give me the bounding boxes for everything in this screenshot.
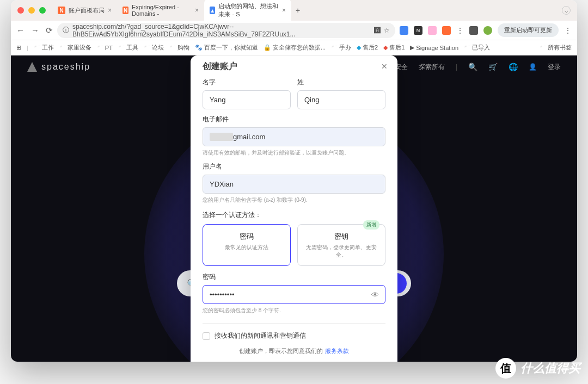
bookmark-folder[interactable]: 工作 — [34, 44, 54, 52]
browser-tab[interactable]: N Expiring/Expired - Domains - × — [117, 1, 204, 20]
bookmark-folder[interactable]: 手办 — [331, 44, 351, 52]
auth-password-card[interactable]: 密码 最常见的认证方法 — [203, 224, 291, 266]
auth-password-title: 密码 — [240, 232, 254, 240]
watermark-text: 什么值得买 — [520, 360, 580, 376]
nav-buttons: ← → ⟳ — [16, 26, 53, 35]
globe-icon[interactable]: 🌐 — [509, 63, 518, 71]
password-label: 密码 — [203, 272, 385, 282]
watermark: 值 什么值得买 — [495, 358, 580, 379]
username-hint: 您的用户名只能包含字母 (a-z) 和数字 (0-9). — [203, 196, 385, 204]
newsletter-checkbox[interactable] — [203, 332, 210, 340]
tab-title: 账户面板布局 — [69, 7, 105, 15]
bookmark-item[interactable]: ▶Signage Station — [410, 44, 458, 51]
extension-icons: N ⋮ 重新启动即可更新 ⋮ — [400, 23, 572, 37]
bookmark-folder[interactable]: 家里设备 — [59, 44, 91, 52]
brand-name: spaceship — [41, 62, 90, 72]
auth-method-label: 选择一个认证方法： — [203, 210, 385, 220]
password-input[interactable] — [203, 285, 385, 304]
nav-explore[interactable]: 探索所有 — [419, 63, 445, 72]
extension-icon[interactable] — [428, 26, 437, 35]
firstname-label: 名字 — [203, 78, 291, 87]
watermark-icon: 值 — [495, 358, 516, 379]
close-window-button[interactable] — [17, 7, 24, 14]
site-info-icon[interactable]: ⓘ — [63, 26, 69, 35]
lastname-input[interactable] — [297, 90, 385, 109]
brand-logo[interactable]: spaceship — [27, 62, 90, 72]
signup-modal: 创建账户 ✕ 名字 姓 电子邮件 xxxxxxgmail.com 请使用有效的邮… — [191, 55, 397, 362]
extension-icon[interactable]: N — [414, 26, 422, 35]
newsletter-label: 接收我们的新闻通讯和营销通信 — [215, 331, 306, 340]
extension-icon[interactable] — [400, 26, 408, 35]
translate-icon[interactable]: 🅰 — [374, 27, 381, 34]
update-button[interactable]: 重新启动即可更新 — [498, 23, 559, 37]
favicon-icon: N — [122, 7, 128, 14]
terms-text: 创建账户，即表示您同意我们的 服务条款 — [203, 347, 385, 355]
nav-login[interactable]: 登录 — [548, 63, 561, 72]
modal-title: 创建账户 — [203, 61, 385, 72]
bookmark-star-icon[interactable]: ☆ — [384, 27, 390, 34]
all-bookmarks[interactable]: 所有书签 — [540, 44, 572, 52]
auth-password-desc: 最常见的认证方法 — [207, 244, 286, 251]
apps-icon[interactable]: ⊞ — [16, 44, 21, 51]
extension-icon[interactable] — [469, 26, 478, 35]
username-label: 用户名 — [203, 162, 385, 171]
bookmark-item[interactable]: ◆售后2 — [357, 44, 378, 52]
lastname-label: 姓 — [297, 78, 385, 87]
email-label: 电子邮件 — [203, 115, 385, 124]
divider — [203, 323, 385, 324]
maximize-window-button[interactable] — [39, 7, 46, 14]
search-icon[interactable]: 🔍 — [468, 63, 477, 71]
menu-icon[interactable]: ⋮ — [564, 26, 572, 35]
newsletter-row[interactable]: 接收我们的新闻通讯和营销通信 — [203, 331, 385, 340]
bookmark-folder[interactable]: 论坛 — [144, 44, 164, 52]
window-controls — [17, 7, 46, 14]
bookmark-item[interactable]: 🐾百度一下，你就知道 — [195, 44, 258, 52]
favicon-icon: N — [58, 7, 65, 14]
tab-title: Expiring/Expired - Domains - — [132, 4, 192, 17]
bookmark-folder[interactable]: PT — [97, 45, 113, 51]
email-input[interactable]: xxxxxxgmail.com — [203, 127, 385, 146]
extension-menu-icon[interactable]: ⋮ — [456, 26, 464, 35]
url-text: spaceship.com/zh/?gad_source=1&gclid=Cjw… — [72, 23, 371, 38]
bookmark-folder[interactable]: 已导入 — [464, 44, 490, 52]
bookmark-folder[interactable]: 工具 — [118, 44, 138, 52]
tab-title: 启动您的网站、想法和未来 - S — [218, 2, 279, 18]
minimize-window-button[interactable] — [28, 7, 35, 14]
favicon-icon: ▲ — [210, 7, 215, 14]
firstname-input[interactable] — [203, 90, 291, 109]
eye-icon[interactable]: 👁 — [371, 290, 379, 299]
browser-tab[interactable]: N 账户面板布局 × — [52, 3, 117, 18]
header-nav: 安全 探索所有 | 🔍 🛒 🌐 👤 登录 — [395, 63, 561, 72]
bookmark-item[interactable]: 🔒安全储存您的数据... — [264, 44, 326, 52]
page-content: spaceship 安全 探索所有 | 🔍 🛒 🌐 👤 登录 🔍 搜索 创建账户… — [11, 55, 577, 362]
profile-avatar-icon[interactable] — [483, 26, 492, 35]
reload-icon[interactable]: ⟳ — [46, 26, 53, 35]
browser-window: N 账户面板布局 × N Expiring/Expired - Domains … — [11, 0, 577, 362]
auth-passkey-card[interactable]: 新增 密钥 无需密码，登录更简单、更安全。 — [297, 224, 385, 266]
forward-icon[interactable]: → — [31, 26, 39, 35]
tab-close-icon[interactable]: × — [108, 7, 112, 14]
bookmark-item[interactable]: ◆售后1 — [383, 44, 405, 52]
tab-close-icon[interactable]: × — [282, 7, 286, 14]
user-icon: 👤 — [529, 63, 537, 71]
toolbar: ← → ⟳ ⓘ spaceship.com/zh/?gad_source=1&g… — [11, 21, 577, 40]
bookmarks-bar: ⊞ | 工作 家里设备 PT 工具 论坛 购物 🐾百度一下，你就知道 🔒安全储存… — [11, 40, 577, 55]
auth-passkey-desc: 无需密码，登录更简单、更安全。 — [302, 244, 381, 259]
logo-icon — [27, 62, 37, 72]
bookmark-folder[interactable]: 购物 — [169, 44, 189, 52]
cart-icon[interactable]: 🛒 — [488, 63, 498, 71]
terms-link[interactable]: 服务条款 — [325, 348, 349, 354]
extension-icon[interactable] — [442, 26, 451, 35]
email-hint: 请使用有效的邮箱，并及时进行邮箱验证，以避免账户问题。 — [203, 149, 385, 157]
browser-tab-active[interactable]: ▲ 启动您的网站、想法和未来 - S × — [204, 0, 291, 22]
close-icon[interactable]: ✕ — [381, 62, 388, 71]
chevron-down-icon[interactable]: ⌵ — [562, 6, 571, 15]
new-badge: 新增 — [363, 220, 379, 230]
address-bar[interactable]: ⓘ spaceship.com/zh/?gad_source=1&gclid=C… — [57, 23, 395, 38]
titlebar: N 账户面板布局 × N Expiring/Expired - Domains … — [11, 0, 577, 21]
new-tab-button[interactable]: + — [291, 6, 304, 15]
tab-close-icon[interactable]: × — [195, 7, 199, 14]
back-icon[interactable]: ← — [16, 26, 24, 35]
password-hint: 您的密码必须包含至少 8 个字符. — [203, 307, 385, 314]
username-input[interactable] — [203, 175, 385, 194]
